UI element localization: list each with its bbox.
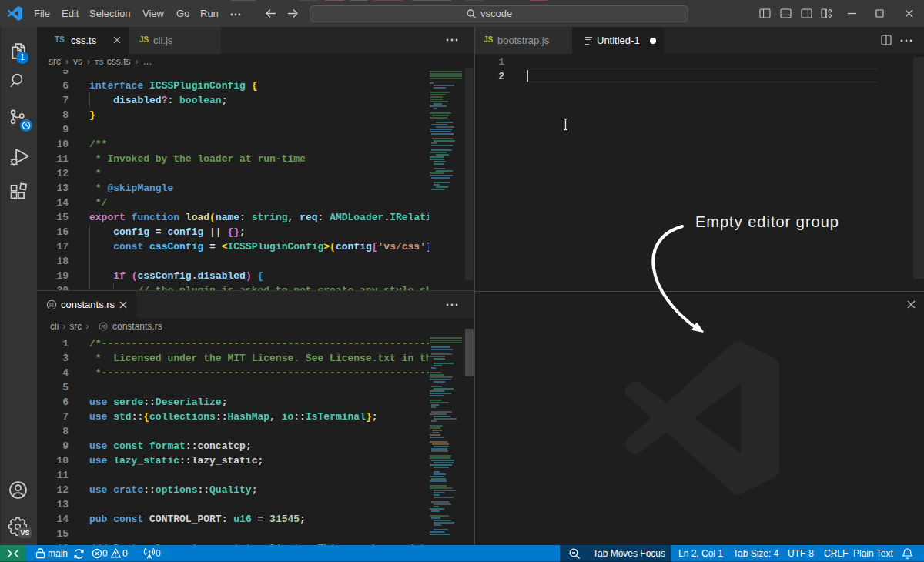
svg-text:R: R	[49, 302, 54, 309]
svg-text:R: R	[101, 324, 105, 330]
